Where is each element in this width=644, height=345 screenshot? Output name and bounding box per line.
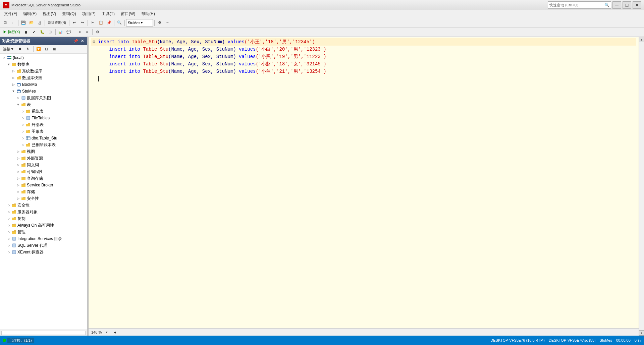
menu-project[interactable]: 项目(P) bbox=[79, 10, 98, 18]
minimize-button[interactable]: ─ bbox=[612, 1, 621, 9]
toolbar-redo-btn[interactable]: ↪ bbox=[79, 19, 86, 26]
tree-item[interactable]: ▷BookMS bbox=[0, 81, 87, 88]
oe-filter-btn[interactable]: 🔽 bbox=[35, 46, 42, 53]
tree-item[interactable]: ▷Integration Services 目录 bbox=[0, 235, 87, 242]
oe-disconnect-btn[interactable]: ✖ bbox=[16, 46, 24, 53]
tree-item[interactable]: ▷系统数据库 bbox=[0, 68, 87, 74]
tree-expand-icon[interactable]: ▷ bbox=[20, 130, 25, 133]
line-indicator[interactable]: ⊟ bbox=[91, 38, 97, 46]
toolbar-undo-btn[interactable]: ↩ bbox=[71, 19, 78, 26]
tree-item[interactable]: ▷Always On 高可用性 bbox=[0, 222, 87, 229]
tree-item[interactable]: ▷SQL Server 代理 bbox=[0, 242, 87, 249]
tree-expand-icon[interactable]: ▷ bbox=[15, 177, 21, 180]
quick-launch-box[interactable]: 🔍 bbox=[548, 1, 611, 9]
tree-expand-icon[interactable]: ▷ bbox=[6, 237, 11, 240]
tree-item[interactable]: ▷存储 bbox=[0, 188, 87, 195]
menu-view[interactable]: 视图(V) bbox=[40, 10, 59, 18]
scroll-down-btn[interactable]: ▼ bbox=[639, 330, 644, 336]
quick-launch-input[interactable] bbox=[549, 3, 603, 7]
toolbar-indent-btn[interactable]: ⇥ bbox=[75, 28, 83, 36]
tree-item[interactable]: ▼表 bbox=[0, 101, 87, 108]
tree-item[interactable]: ▷复制 bbox=[0, 215, 87, 222]
tree-item[interactable]: ▷管理 bbox=[0, 229, 87, 235]
tree-expand-icon[interactable]: ▷ bbox=[20, 116, 25, 120]
tree-item[interactable]: ▷服务器对象 bbox=[0, 209, 87, 215]
close-button[interactable]: ✕ bbox=[633, 1, 641, 9]
tree-item[interactable]: ▷已删除账本表 bbox=[0, 141, 87, 148]
tree-expand-icon[interactable]: ▷ bbox=[15, 163, 21, 167]
toolbar-back-btn[interactable]: ← bbox=[9, 19, 17, 26]
tree-expand-icon[interactable]: ▷ bbox=[6, 224, 11, 227]
scroll-up-btn[interactable]: ▲ bbox=[639, 37, 644, 42]
oe-expand-btn[interactable]: ⊞ bbox=[51, 46, 58, 53]
tree-item[interactable]: ▷Service Broker bbox=[0, 182, 87, 188]
tree-item[interactable]: ▷系统表 bbox=[0, 108, 87, 115]
toolbar-cut-btn[interactable]: ✂ bbox=[89, 19, 97, 26]
tree-expand-icon[interactable]: ▷ bbox=[6, 230, 11, 234]
tree-expand-icon[interactable]: ▷ bbox=[6, 204, 11, 207]
tree-expand-icon[interactable]: ▷ bbox=[15, 170, 21, 173]
oe-connect-btn[interactable]: 连接▼ bbox=[1, 46, 16, 53]
tree-item[interactable]: ▷安全性 bbox=[0, 202, 87, 209]
menu-tools[interactable]: 工具(T) bbox=[99, 10, 117, 18]
tree-expand-icon[interactable]: ▷ bbox=[15, 190, 21, 193]
tree-item[interactable]: ▷图形表 bbox=[0, 128, 87, 135]
tree-expand-icon[interactable]: ▷ bbox=[6, 210, 11, 214]
tree-item[interactable]: ▷XEvent 探查器 bbox=[0, 249, 87, 255]
toolbar-print-btn[interactable]: 🖨 bbox=[36, 19, 43, 26]
oe-close-btn[interactable]: ✕ bbox=[80, 39, 85, 44]
oe-pin-btn[interactable]: 📌 bbox=[72, 39, 79, 44]
tree-expand-icon[interactable]: ▷ bbox=[20, 110, 25, 113]
tree-expand-icon[interactable]: ▼ bbox=[6, 63, 11, 66]
oe-hscroll[interactable] bbox=[1, 331, 86, 335]
toolbar-search-btn[interactable]: 🔍 bbox=[116, 19, 123, 26]
tree-expand-icon[interactable]: ▼ bbox=[15, 103, 21, 106]
tree-item[interactable]: ▷外部表 bbox=[0, 121, 87, 128]
menu-window[interactable]: 窗口(W) bbox=[118, 10, 138, 18]
tree-item[interactable]: ▷查询存储 bbox=[0, 175, 87, 182]
tree-expand-icon[interactable]: ▷ bbox=[15, 183, 21, 187]
editor-content[interactable]: ⊟insert into Table_Stu(Name, Age, Sex, S… bbox=[89, 37, 639, 328]
toolbar-comment-btn[interactable]: ≡ bbox=[84, 28, 91, 36]
database-dropdown[interactable]: StuMes ▾ bbox=[126, 19, 153, 26]
tree-expand-icon[interactable]: ▷ bbox=[1, 56, 7, 59]
tree-item[interactable]: ▷数据库快照 bbox=[0, 74, 87, 81]
tree-expand-icon[interactable]: ▷ bbox=[6, 217, 11, 220]
toolbar-grid-btn[interactable]: ⊞ bbox=[47, 28, 54, 36]
tree-expand-icon[interactable]: ▷ bbox=[15, 150, 21, 153]
toolbar-more-btn[interactable]: ⋯ bbox=[164, 19, 171, 26]
menu-query[interactable]: 查询(Q) bbox=[59, 10, 78, 18]
toolbar-new-btn[interactable]: ⊡ bbox=[1, 19, 9, 26]
toolbar-check-btn[interactable]: ✔ bbox=[31, 28, 38, 36]
tree-item[interactable]: ▷安全性 bbox=[0, 195, 87, 202]
tree-expand-icon[interactable]: ▷ bbox=[20, 136, 25, 140]
tree-item[interactable]: ▷(local) bbox=[0, 54, 87, 61]
menu-edit[interactable]: 编辑(E) bbox=[20, 10, 39, 18]
tree-item[interactable]: ▼数据库 bbox=[0, 61, 87, 68]
toolbar-copy-btn[interactable]: 📋 bbox=[97, 19, 105, 26]
tree-expand-icon[interactable]: ▼ bbox=[11, 90, 16, 93]
oe-collapse-btn[interactable]: ⊟ bbox=[43, 46, 50, 53]
tree-expand-icon[interactable]: ▷ bbox=[15, 96, 21, 100]
tree-item[interactable]: ▷视图 bbox=[0, 148, 87, 155]
tree-expand-icon[interactable]: ▷ bbox=[15, 157, 21, 160]
menu-help[interactable]: 帮助(H) bbox=[139, 10, 158, 18]
restore-button[interactable]: □ bbox=[623, 1, 631, 9]
tree-item[interactable]: ▷可编程性 bbox=[0, 168, 87, 175]
tree-expand-icon[interactable]: ▷ bbox=[6, 250, 11, 254]
tree-item[interactable]: ▼StuMes bbox=[0, 88, 87, 95]
toolbar-extra-btn[interactable]: ⚙ bbox=[94, 28, 101, 36]
toolbar-debug-btn[interactable]: 🐛 bbox=[39, 28, 46, 36]
tree-expand-icon[interactable]: ▷ bbox=[15, 197, 21, 200]
oe-tree[interactable]: ▷(local)▼数据库▷系统数据库▷数据库快照▷BookMS▼StuMes▷数… bbox=[0, 54, 87, 330]
tree-item[interactable]: ▷数据库关系图 bbox=[0, 95, 87, 101]
tree-item[interactable]: ▷FileTables bbox=[0, 115, 87, 121]
toolbar-new-query-btn[interactable]: 新建查询(N) bbox=[46, 19, 68, 26]
toolbar-paste-btn[interactable]: 📌 bbox=[105, 19, 113, 26]
tree-item[interactable]: ▷dbo.Table_Stu bbox=[0, 135, 87, 141]
toolbar-results-btn[interactable]: 📊 bbox=[57, 28, 64, 36]
toolbar-stop-btn[interactable]: ⏹ bbox=[22, 28, 30, 36]
tree-item[interactable]: ▷外部资源 bbox=[0, 155, 87, 162]
oe-refresh-btn[interactable]: ↻ bbox=[24, 46, 32, 53]
tree-expand-icon[interactable]: ▷ bbox=[11, 76, 16, 79]
